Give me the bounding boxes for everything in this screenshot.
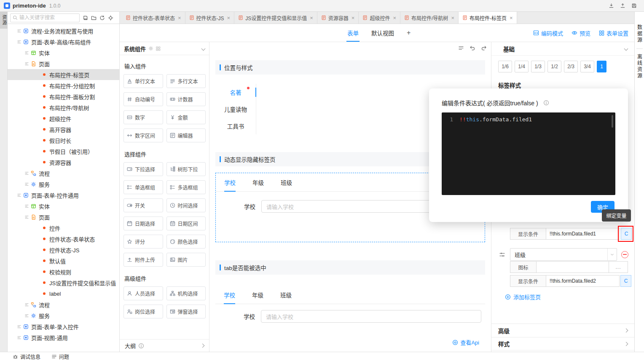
- close-icon[interactable]: ×: [510, 15, 513, 21]
- width-option[interactable]: 1/4: [515, 61, 529, 72]
- style-section-header[interactable]: 样式: [491, 337, 634, 350]
- palette-item[interactable]: 日期选择: [123, 217, 163, 230]
- canvas-action-button[interactable]: 预览: [572, 29, 590, 37]
- tree-item[interactable]: 校验规则: [8, 266, 119, 277]
- bind-variable-button[interactable]: C: [620, 275, 631, 287]
- doc-tab[interactable]: 资源容器×: [317, 12, 359, 24]
- tree-item[interactable]: 控件状态-JS: [8, 244, 119, 255]
- tree-item[interactable]: 页面: [8, 211, 119, 222]
- undo-icon[interactable]: [470, 45, 475, 51]
- doc-tab[interactable]: 控件状态-JS×: [185, 12, 235, 24]
- width-option[interactable]: 1/6: [498, 61, 512, 72]
- icon-value-input[interactable]: [537, 261, 609, 273]
- tree-item[interactable]: 页面-视图-通用: [8, 332, 119, 343]
- palette-item[interactable]: 颜色选择: [166, 235, 206, 249]
- activity-item-resources[interactable]: 资源: [0, 12, 8, 29]
- palette-item[interactable]: 弹窗选择: [166, 305, 206, 318]
- tree-item[interactable]: 布局控件-面板分割: [8, 91, 119, 102]
- tree-item[interactable]: 服务: [8, 310, 119, 321]
- tab[interactable]: 班级: [281, 173, 292, 191]
- palette-item[interactable]: 金额: [166, 110, 206, 124]
- palette-item[interactable]: 自动编号: [123, 92, 163, 106]
- palette-item[interactable]: 图片: [166, 253, 206, 267]
- width-option[interactable]: 1/2: [547, 61, 561, 72]
- doc-tab[interactable]: 控件状态-表单状态×: [122, 12, 185, 24]
- search-box[interactable]: [10, 13, 80, 22]
- info-icon[interactable]: [543, 100, 549, 106]
- vertical-tab[interactable]: 工具书: [215, 118, 256, 134]
- palette-item[interactable]: 编辑器: [166, 128, 206, 142]
- view-tab[interactable]: 表单: [346, 24, 360, 42]
- debug-info-button[interactable]: 调试信息: [13, 353, 40, 360]
- close-icon[interactable]: ×: [310, 15, 313, 21]
- tab[interactable]: 学校: [224, 286, 235, 304]
- tree-item[interactable]: 实体: [8, 201, 119, 211]
- tree-item[interactable]: 默认值: [8, 255, 119, 266]
- tree-item[interactable]: 布局控件-分组控制: [8, 80, 119, 91]
- tree-item[interactable]: 假日时长: [8, 135, 119, 146]
- add-tab-button[interactable]: 添加标签页: [505, 293, 541, 301]
- icon-picker-button[interactable]: ...: [609, 261, 628, 273]
- palette-item[interactable]: 人员选择: [123, 286, 163, 300]
- search-input[interactable]: [19, 15, 77, 21]
- view-api-link[interactable]: 查看Api: [452, 338, 479, 346]
- palette-item[interactable]: 单选框组: [123, 180, 163, 194]
- palette-item[interactable]: 多行文本: [166, 74, 206, 88]
- palette-item[interactable]: 岗位选择: [123, 305, 163, 318]
- palette-item[interactable]: 开关: [123, 198, 163, 212]
- tree-item[interactable]: label: [8, 288, 119, 299]
- canvas-action-button[interactable]: 表单设置: [599, 29, 628, 37]
- tree-item[interactable]: 流程: [8, 168, 119, 179]
- tree-item[interactable]: 资源容器: [8, 157, 119, 168]
- tree-item[interactable]: 高开容器: [8, 124, 119, 135]
- tree-item[interactable]: 超级控件: [8, 113, 119, 124]
- palette-item[interactable]: 评分: [123, 235, 163, 249]
- add-view-button[interactable]: +: [407, 24, 411, 42]
- tree-item[interactable]: 页面-表单-录入控件: [8, 321, 119, 332]
- advanced-section-header[interactable]: 高级: [491, 324, 634, 337]
- tree-item[interactable]: 页面-表单-控件通用: [8, 190, 119, 201]
- tree-item[interactable]: 控件: [8, 222, 119, 233]
- close-icon[interactable]: ×: [451, 15, 454, 21]
- base-section-header[interactable]: 基础: [491, 42, 634, 56]
- outline-bar[interactable]: 大纲: [120, 339, 209, 352]
- palette-item[interactable]: 计数器: [166, 92, 206, 106]
- locate-icon[interactable]: [108, 15, 113, 21]
- canvas-action-button[interactable]: 编码模式: [533, 29, 563, 37]
- save-icon[interactable]: [631, 3, 637, 8]
- grid-icon[interactable]: [156, 46, 161, 51]
- palette-item[interactable]: 树形下拉: [166, 162, 206, 176]
- export-icon[interactable]: [620, 3, 625, 8]
- folder-icon[interactable]: [91, 15, 97, 21]
- palette-item[interactable]: 日期区间: [166, 217, 206, 230]
- palette-item[interactable]: 下拉选择: [123, 162, 163, 176]
- school-input[interactable]: 请输入学校: [261, 310, 481, 323]
- width-option[interactable]: 2/3: [564, 61, 578, 72]
- width-option[interactable]: 3/4: [580, 61, 594, 72]
- doc-tab[interactable]: 布局控件/导航树×: [400, 12, 459, 24]
- palette-item[interactable]: 单行文本: [123, 74, 163, 88]
- tab[interactable]: 年级: [252, 286, 263, 304]
- palette-item[interactable]: 机构选择: [166, 286, 206, 300]
- tree-item[interactable]: 节假日（被引用）: [8, 146, 119, 157]
- palette-item[interactable]: 多选框组: [166, 180, 206, 194]
- code-editor[interactable]: 1 !!this.formData.filed1: [442, 112, 615, 195]
- tab[interactable]: 学校: [224, 173, 236, 191]
- view-tab[interactable]: 默认视图: [370, 24, 395, 42]
- tree-item[interactable]: 流程-业务流程配置与使用: [8, 25, 119, 36]
- tree-item[interactable]: 服务: [8, 179, 119, 190]
- collapse-icon[interactable]: [202, 47, 205, 50]
- tree-item[interactable]: JS设置控件提交值和显示值: [8, 277, 119, 288]
- doc-tab[interactable]: 布局控件-标签页×: [459, 12, 517, 24]
- doc-tab[interactable]: 超级控件×: [359, 12, 400, 24]
- notebook-icon[interactable]: [83, 15, 88, 21]
- palette-item[interactable]: 时间选择: [166, 198, 206, 212]
- condition-value-input[interactable]: !!this.formData.filed1: [546, 228, 620, 240]
- close-icon[interactable]: ×: [352, 15, 355, 21]
- vertical-tab[interactable]: 儿童读物: [215, 101, 256, 118]
- problems-button[interactable]: 问题: [51, 353, 69, 360]
- palette-item[interactable]: 数字区间: [123, 128, 163, 142]
- refresh-icon[interactable]: [99, 15, 105, 21]
- close-icon[interactable]: ×: [227, 15, 231, 21]
- tree-item[interactable]: 实体: [8, 47, 119, 58]
